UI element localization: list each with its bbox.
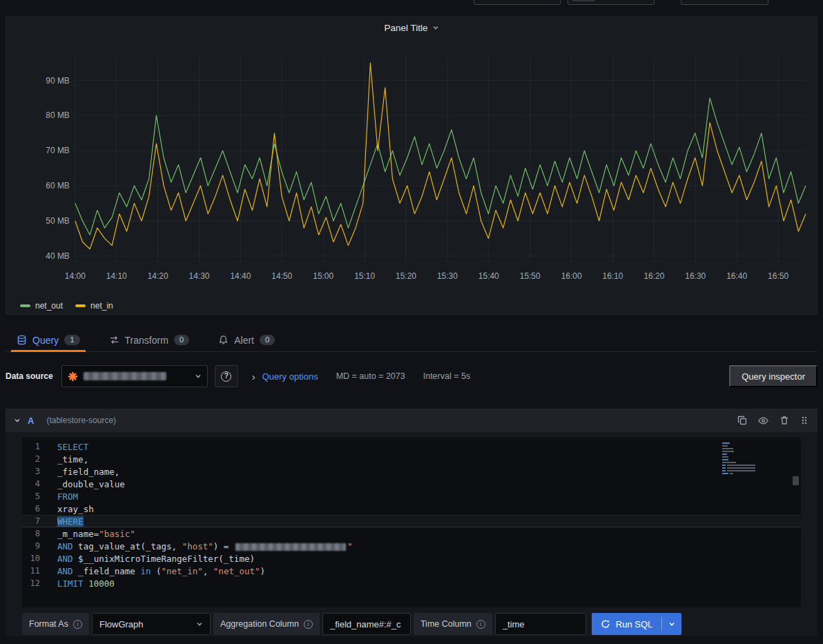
run-sql-label: Run SQL xyxy=(616,619,652,630)
minimap-line xyxy=(722,467,758,469)
line-content: AND _field_name in ("net_in", "net_out") xyxy=(40,566,265,576)
tab-query-count: 1 xyxy=(64,335,79,346)
sql-editor-wrap: 1SELECT2_time,3_field_name,4_double_valu… xyxy=(6,432,817,607)
top-toolbar-fragment-3[interactable] xyxy=(681,0,768,5)
info-icon[interactable]: i xyxy=(476,620,485,629)
code-line-3[interactable]: 3_field_name, xyxy=(22,465,801,478)
datasource-help-button[interactable]: ? xyxy=(215,365,238,387)
legend-item-net_out[interactable]: net_out xyxy=(20,301,63,311)
collapse-chevron-icon[interactable] xyxy=(14,417,21,424)
code-line-12[interactable]: 12LIMIT 10000 xyxy=(22,577,801,589)
aggregation-column-input[interactable] xyxy=(322,613,411,635)
panel-header-menu[interactable]: Panel Title xyxy=(6,17,817,38)
tab-transform[interactable]: Transform 0 xyxy=(104,329,195,351)
panel-title: Panel Title xyxy=(384,23,427,33)
svg-text:14:20: 14:20 xyxy=(148,271,168,281)
timeseries-chart[interactable]: 40 MB50 MB60 MB70 MB80 MB90 MB14:0014:10… xyxy=(6,38,817,297)
svg-text:80 MB: 80 MB xyxy=(46,110,70,120)
top-toolbar-fragment-2[interactable] xyxy=(568,0,655,5)
delete-query-trash-icon[interactable] xyxy=(779,415,790,426)
query-inspector-button[interactable]: Query inspector xyxy=(729,365,817,387)
time-column-input[interactable] xyxy=(495,613,586,635)
minimap-line xyxy=(722,473,758,474)
line-content: LIMIT 10000 xyxy=(40,578,115,589)
minimap-line xyxy=(722,448,758,449)
minimap-line xyxy=(722,462,758,463)
datasource-name-redacted xyxy=(84,372,166,380)
duplicate-query-icon[interactable] xyxy=(737,415,748,426)
svg-text:16:20: 16:20 xyxy=(643,271,664,281)
aggregation-column-chip: Aggregation Column i xyxy=(213,613,320,635)
svg-text:70 MB: 70 MB xyxy=(46,146,70,155)
code-line-10[interactable]: 10AND $__unixMicroTimeRangeFilter(_time) xyxy=(22,552,801,565)
tab-query[interactable]: Query 1 xyxy=(11,329,86,351)
run-sql-button[interactable]: Run SQL xyxy=(592,613,661,635)
time-column-label: Time Column xyxy=(420,619,472,629)
query-ref-id: A xyxy=(28,416,34,426)
query-row-header: A (tablestore-source) xyxy=(6,409,817,432)
line-number: 12 xyxy=(22,578,40,588)
editor-tabs: Query 1 Transform 0 Alert 0 xyxy=(6,329,817,352)
code-lines: 1SELECT2_time,3_field_name,4_double_valu… xyxy=(22,440,801,589)
line-number: 9 xyxy=(22,541,40,551)
overview-ruler-marker xyxy=(793,476,799,485)
chart-svg[interactable]: 40 MB50 MB60 MB70 MB80 MB90 MB14:0014:10… xyxy=(6,38,817,295)
minimap-line xyxy=(722,456,758,458)
query-datasource-subtitle: (tablestore-source) xyxy=(46,416,116,425)
datasource-row: Data source ? › Query options MD = auto … xyxy=(6,364,817,388)
query-actions xyxy=(737,415,809,427)
line-content: AND $__unixMicroTimeRangeFilter(_time) xyxy=(40,554,255,564)
editor-minimap[interactable] xyxy=(722,442,758,474)
tab-alert-count: 0 xyxy=(260,335,275,346)
line-number: 6 xyxy=(22,504,40,514)
tab-alert[interactable]: Alert 0 xyxy=(213,329,280,351)
drag-handle-icon[interactable] xyxy=(800,415,809,426)
chevron-down-icon xyxy=(195,373,202,380)
bell-icon xyxy=(218,335,229,345)
svg-text:16:40: 16:40 xyxy=(726,271,747,281)
code-line-6[interactable]: 6xray_sh xyxy=(22,502,801,515)
code-line-2[interactable]: 2_time, xyxy=(22,453,801,465)
run-sql-dropdown-caret[interactable] xyxy=(662,613,681,635)
hide-query-eye-icon[interactable] xyxy=(757,415,769,427)
svg-text:15:30: 15:30 xyxy=(437,271,458,281)
line-content: xray_sh xyxy=(40,504,94,514)
chevron-down-icon xyxy=(668,621,675,627)
line-content: _m_name="basic" xyxy=(40,529,135,539)
line-number: 10 xyxy=(22,554,40,563)
panel-edit-page: Panel Title 40 MB50 MB60 MB70 MB80 MB90 … xyxy=(0,17,823,644)
line-number: 4 xyxy=(22,479,40,489)
time-column-chip: Time Column i xyxy=(414,613,492,635)
info-icon[interactable]: i xyxy=(304,620,313,629)
query-options-toggle[interactable]: Query options xyxy=(262,371,318,382)
top-toolbar-fragment-1[interactable] xyxy=(474,0,561,5)
line-content: AND tag_value_at(_tags, "host") = " xyxy=(40,541,352,552)
legend-item-net_in[interactable]: net_in xyxy=(75,301,113,311)
tab-transform-count: 0 xyxy=(174,335,189,346)
chart-legend: net_outnet_in xyxy=(6,297,817,314)
line-content: _double_value xyxy=(40,479,125,489)
line-content: FROM xyxy=(40,491,78,502)
chevron-down-icon xyxy=(196,621,203,627)
code-line-11[interactable]: 11AND _field_name in ("net_in", "net_out… xyxy=(22,565,801,577)
line-number: 2 xyxy=(22,454,40,464)
minimap-line xyxy=(722,465,758,466)
format-as-select[interactable]: FlowGraph xyxy=(92,613,211,635)
code-line-4[interactable]: 4_double_value xyxy=(22,478,801,490)
tab-label: Query xyxy=(32,335,59,346)
svg-text:14:10: 14:10 xyxy=(106,271,127,281)
code-line-7[interactable]: 7WHERE xyxy=(22,515,801,527)
info-icon[interactable]: i xyxy=(73,620,82,629)
svg-text:16:10: 16:10 xyxy=(603,271,623,281)
minimap-line xyxy=(722,451,758,452)
line-number: 7 xyxy=(22,516,40,526)
sql-code-editor[interactable]: 1SELECT2_time,3_field_name,4_double_valu… xyxy=(22,438,801,607)
transform-icon xyxy=(109,335,119,345)
line-content: WHERE xyxy=(40,516,84,527)
code-line-9[interactable]: 9AND tag_value_at(_tags, "host") = " xyxy=(22,540,801,552)
code-line-8[interactable]: 8_m_name="basic" xyxy=(22,527,801,540)
code-line-5[interactable]: 5FROM xyxy=(22,490,801,502)
format-as-chip: Format As i xyxy=(22,613,89,635)
datasource-picker[interactable] xyxy=(61,365,208,387)
code-line-1[interactable]: 1SELECT xyxy=(22,440,801,453)
